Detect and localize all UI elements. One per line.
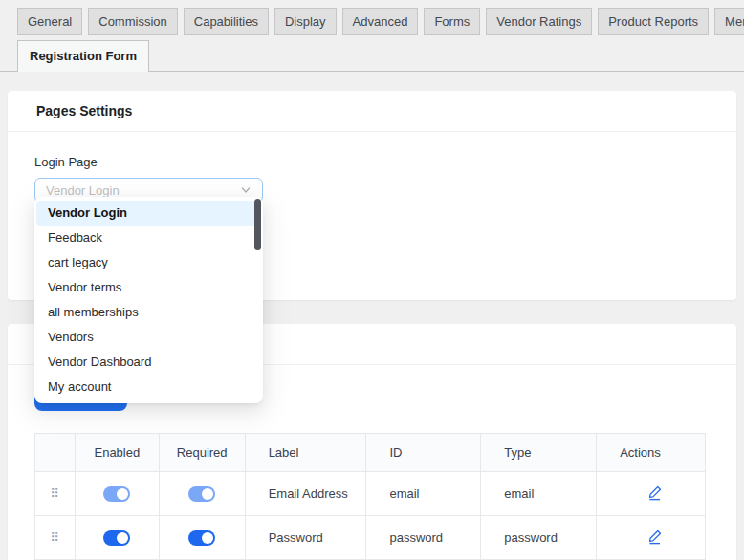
field-label-cell: Password: [245, 516, 366, 560]
tab-forms[interactable]: Forms: [424, 8, 480, 35]
field-row-password: ⠿ Password password password: [35, 516, 706, 560]
required-toggle[interactable]: [188, 486, 215, 502]
enabled-toggle[interactable]: [103, 530, 130, 546]
select-placeholder-text: Vendor Login: [46, 183, 120, 198]
pages-settings-header: Pages Settings: [8, 91, 736, 132]
edit-pencil-icon: [646, 485, 663, 501]
vendor-settings-page: General Commission Capabilities Display …: [0, 0, 744, 560]
tab-display[interactable]: Display: [274, 8, 337, 35]
field-row-email: ⠿ Email Address email email: [35, 472, 706, 516]
dropdown-option-vendor-dashboard[interactable]: Vendor Dashboard: [36, 350, 261, 375]
tab-commission[interactable]: Commission: [88, 8, 178, 35]
chevron-down-icon: [240, 184, 252, 196]
dropdown-scrollbar-thumb[interactable]: [254, 199, 261, 250]
field-id-cell: password: [366, 516, 481, 560]
tab-capabilities[interactable]: Capabilities: [184, 8, 269, 35]
dropdown-option-all-memberships[interactable]: all memberships: [36, 300, 261, 325]
actions-column-header: Actions: [597, 434, 706, 472]
tab-membership[interactable]: Membership: [714, 8, 744, 35]
tab-product-reports[interactable]: Product Reports: [598, 8, 709, 35]
drag-handle-icon[interactable]: ⠿: [50, 486, 60, 501]
edit-field-button[interactable]: [646, 485, 663, 504]
field-type-cell: email: [481, 472, 597, 516]
dropdown-option-my-account[interactable]: My account: [36, 375, 261, 399]
id-column-header: ID: [366, 434, 481, 472]
enabled-toggle[interactable]: [103, 486, 130, 502]
label-column-header: Label: [245, 434, 366, 472]
login-page-dropdown-panel: Vendor Login Feedback cart legacy Vendor…: [34, 197, 263, 403]
login-page-label: Login Page: [34, 155, 708, 169]
required-column-header: Required: [159, 434, 245, 472]
edit-pencil-icon: [646, 528, 663, 545]
dropdown-option-cart-legacy[interactable]: cart legacy: [36, 250, 261, 275]
tab-advanced[interactable]: Advanced: [342, 8, 419, 35]
drag-handle-icon[interactable]: ⠿: [50, 530, 60, 545]
field-type-cell: password: [481, 516, 597, 560]
toggle-knob: [117, 488, 128, 500]
type-column-header: Type: [481, 434, 597, 472]
pages-settings-title: Pages Settings: [36, 103, 708, 119]
dropdown-option-vendors[interactable]: Vendors: [36, 325, 261, 350]
field-label-cell: Email Address: [245, 472, 366, 516]
toggle-knob: [202, 532, 213, 544]
toggle-knob: [202, 488, 213, 500]
pages-settings-body: Login Page Vendor Login: [8, 132, 736, 203]
table-header-row: Enabled Required Label ID Type Actions: [35, 434, 706, 472]
settings-tabs: General Commission Capabilities Display …: [0, 0, 744, 35]
required-toggle[interactable]: [188, 530, 215, 546]
field-id-cell: email: [366, 472, 481, 516]
toggle-knob: [117, 532, 128, 544]
settings-subtab-row: Registration Form: [0, 39, 744, 72]
tab-general[interactable]: General: [17, 8, 82, 35]
dropdown-option-vendor-login[interactable]: Vendor Login: [36, 201, 261, 226]
tab-vendor-ratings[interactable]: Vendor Ratings: [486, 8, 592, 35]
dropdown-option-vendor-terms[interactable]: Vendor terms: [36, 275, 261, 300]
enabled-column-header: Enabled: [75, 434, 159, 472]
registration-fields-table: Enabled Required Label ID Type Actions ⠿…: [34, 433, 706, 560]
tab-registration-form[interactable]: Registration Form: [17, 40, 149, 72]
edit-field-button[interactable]: [646, 528, 663, 548]
drag-column-header: [35, 434, 76, 472]
dropdown-option-feedback[interactable]: Feedback: [36, 226, 261, 250]
